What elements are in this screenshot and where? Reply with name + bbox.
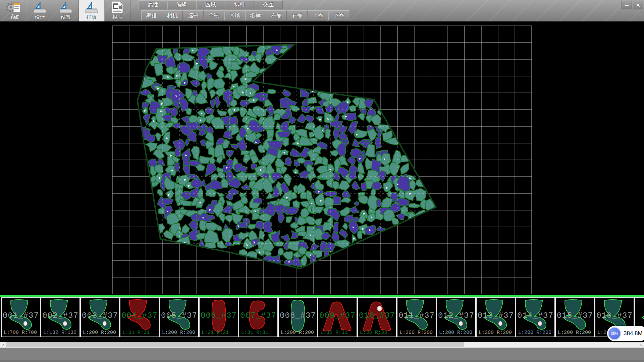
part-counts: L:21 R:21 xyxy=(202,330,229,336)
set-square-icon xyxy=(57,1,74,14)
part-label: 011_#37 xyxy=(397,311,436,320)
part-thumbnail-002_#37[interactable]: 002_#37L:132 R:132 xyxy=(41,297,80,337)
set-square-icon xyxy=(83,1,100,14)
menu-button-material-nest[interactable]: 排料 xyxy=(225,0,254,9)
memory-usage-label: 384.8M xyxy=(624,330,643,337)
part-label: 003_#37 xyxy=(81,311,119,320)
part-label: 008_#37 xyxy=(279,311,317,320)
horizontal-scrollbar[interactable]: ‹ › xyxy=(0,342,644,348)
action-button-select-cut[interactable]: 选割 xyxy=(183,10,204,20)
action-button-snap-top[interactable]: 上靠 xyxy=(308,10,328,20)
nesting-canvas[interactable] xyxy=(0,21,644,295)
main-button-system[interactable]: 系统 xyxy=(1,0,27,21)
part-thumbnail-004_#37[interactable]: 004_#37L:31 R:31 xyxy=(120,297,159,337)
part-counts: L:200 R:200 xyxy=(281,330,314,336)
part-thumbnail-001_#37[interactable]: 001_#37L:700 R:700 xyxy=(1,297,41,337)
part-thumbnail-011_#37[interactable]: 011_#37L:200 R:200 xyxy=(397,297,436,337)
menu-button-edit[interactable]: 编辑 xyxy=(167,0,196,9)
main-button-label: 设置 xyxy=(61,14,71,20)
part-counts: L:200 R:200 xyxy=(399,330,433,336)
part-thumbnail-012_#37[interactable]: 012_#37L:200 R:200 xyxy=(436,297,476,337)
part-label: 013_#37 xyxy=(477,311,515,320)
main-button-report[interactable]: 报表 xyxy=(105,0,130,21)
part-thumbnail-006_#37[interactable]: 006_#37L:21 R:21 xyxy=(199,297,238,337)
part-counts: L:200 R:200 xyxy=(162,330,195,336)
menu-button-properties[interactable]: 属性 xyxy=(139,0,167,9)
action-bar: 聚排相机选割全割区域瑕疵左靠右靠上靠下靠 xyxy=(141,10,349,20)
part-thumbnail-005_#37[interactable]: 005_#37L:200 R:200 xyxy=(159,297,199,337)
part-label: 005_#37 xyxy=(160,311,198,320)
part-thumbnail-003_#37[interactable]: 003_#37L:200 R:200 xyxy=(80,297,120,337)
menu-button-interact[interactable]: 交互 xyxy=(254,0,283,9)
window-controls: ─ ✕ xyxy=(622,1,643,9)
system-icon xyxy=(5,1,23,14)
main-button-nesting[interactable]: 排版 xyxy=(79,0,105,21)
part-counts: L:33 R:33 xyxy=(360,330,387,336)
part-counts: L:200 R:200 xyxy=(479,330,512,336)
minimize-button[interactable]: ─ xyxy=(622,1,632,9)
menu-button-region[interactable]: 区域 xyxy=(196,0,225,9)
part-counts: L:32 R:31 xyxy=(320,330,347,336)
part-thumbnail-014_#37[interactable]: 014_#37L:200 R:200 xyxy=(516,297,555,337)
part-label: 015_#37 xyxy=(556,311,594,320)
part-label: 002_#37 xyxy=(41,311,79,320)
menu-bar: 属性编辑区域排料交互 xyxy=(139,0,283,10)
toolbar: 系统设计设置排版报表 属性编辑区域排料交互 聚排相机选割全割区域瑕疵左靠右靠上靠… xyxy=(0,0,644,22)
part-counts: L:200 R:200 xyxy=(83,330,116,336)
close-button[interactable]: ✕ xyxy=(633,1,643,9)
main-button-label: 排版 xyxy=(87,14,97,20)
main-button-design[interactable]: 设计 xyxy=(27,0,53,21)
part-counts: L:31 R:31 xyxy=(122,330,150,336)
progress-badge[interactable]: 38% 384.8M xyxy=(607,326,644,341)
action-button-camera[interactable]: 相机 xyxy=(162,10,183,20)
action-button-region[interactable]: 区域 xyxy=(224,10,245,20)
action-button-snap-left[interactable]: 左靠 xyxy=(266,10,287,20)
part-thumbnail-010_#37[interactable]: 010_#37L:33 R:33 xyxy=(357,297,397,337)
part-label: 0 xyxy=(635,311,644,320)
main-button-label: 报表 xyxy=(112,14,122,20)
progress-percent-circle: 38% xyxy=(608,327,621,340)
scroll-left-arrow-icon[interactable]: ‹ xyxy=(0,342,6,348)
part-thumbnail-008_#37[interactable]: 008_#37L:200 R:200 xyxy=(278,297,318,337)
part-counts: L:700 R:700 xyxy=(4,330,37,336)
part-label: 014_#37 xyxy=(516,311,554,320)
part-label: 006_#37 xyxy=(200,311,238,320)
part-counts: L:132 R:132 xyxy=(43,330,76,336)
set-square-icon xyxy=(31,1,49,14)
parts-strip: 001_#37L:700 R:700002_#37L:132 R:132003_… xyxy=(0,297,644,342)
part-counts: L:200 R:200 xyxy=(518,330,551,336)
part-counts: L:31 R:31 xyxy=(241,330,268,336)
main-button-label: 设计 xyxy=(35,14,45,20)
part-thumbnail-015_#37[interactable]: 015_#37L:200 R:200 xyxy=(555,297,595,337)
status-bar xyxy=(0,348,644,362)
main-button-settings[interactable]: 设置 xyxy=(53,0,79,21)
part-counts: L:200 R:200 xyxy=(558,330,591,336)
part-label: 001_#37 xyxy=(2,311,40,320)
scrollbar-thumb[interactable] xyxy=(6,342,464,347)
part-label: 010_#37 xyxy=(358,311,396,320)
app-window: 系统设计设置排版报表 属性编辑区域排料交互 聚排相机选割全割区域瑕疵左靠右靠上靠… xyxy=(0,0,644,362)
action-button-snap-right[interactable]: 右靠 xyxy=(287,10,308,20)
action-button-defect[interactable]: 瑕疵 xyxy=(245,10,266,20)
part-thumbnail-007_#37[interactable]: 007_#37L:31 R:31 xyxy=(238,297,278,337)
part-counts: L:200 R:200 xyxy=(439,330,472,336)
part-label: 007_#37 xyxy=(239,311,277,320)
part-label: 012_#37 xyxy=(437,311,475,320)
main-mode-buttons: 系统设计设置排版报表 xyxy=(1,0,130,21)
action-button-cut-all[interactable]: 全割 xyxy=(204,10,224,20)
action-button-cluster-nest[interactable]: 聚排 xyxy=(141,10,162,20)
part-label: 004_#37 xyxy=(120,311,159,320)
part-thumbnail-013_#37[interactable]: 013_#37L:200 R:200 xyxy=(476,297,516,337)
main-button-label: 系统 xyxy=(9,14,19,20)
part-label: 016_#37 xyxy=(595,311,634,320)
part-thumbnail-009_#37[interactable]: 009_#37L:32 R:31 xyxy=(318,297,357,337)
action-button-snap-bottom[interactable]: 下靠 xyxy=(328,10,349,20)
part-label: 009_#37 xyxy=(318,311,357,320)
scroll-right-arrow-icon[interactable]: › xyxy=(638,342,644,348)
report-icon xyxy=(109,1,125,14)
